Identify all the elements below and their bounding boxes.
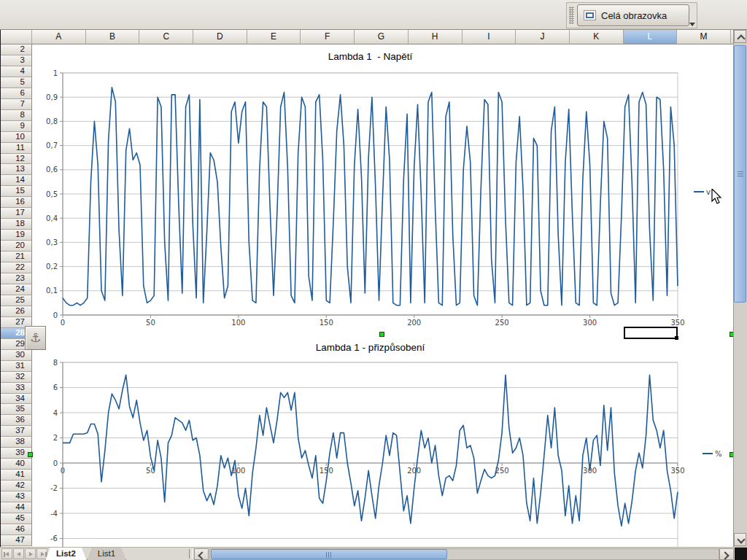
- fullscreen-toggle-button[interactable]: Celá obrazovka: [577, 4, 689, 26]
- column-header-D[interactable]: D: [193, 30, 247, 44]
- column-header-K[interactable]: K: [570, 30, 624, 44]
- column-header-J[interactable]: J: [516, 30, 570, 44]
- chevron-down-icon: [737, 535, 745, 543]
- chart-selection-handle-top[interactable]: [379, 332, 384, 337]
- row-header-36[interactable]: 36: [1, 415, 32, 426]
- scroll-left-button[interactable]: [194, 548, 209, 560]
- row-header-19[interactable]: 19: [1, 230, 32, 241]
- row-header-11[interactable]: 11: [1, 143, 32, 154]
- row-header-24[interactable]: 24: [1, 284, 32, 295]
- chevron-up-icon: [737, 34, 745, 42]
- column-header-A[interactable]: A: [32, 30, 86, 44]
- column-header-C[interactable]: C: [139, 30, 193, 44]
- last-sheet-button[interactable]: [36, 548, 47, 559]
- row-header-45[interactable]: 45: [1, 513, 32, 524]
- active-cell-cursor[interactable]: [624, 327, 678, 339]
- row-header-22[interactable]: 22: [1, 262, 32, 273]
- chart-prizpusobeni[interactable]: 86420-2-4-6050100150200250300350Lambda 1…: [33, 337, 735, 547]
- scroll-right-button[interactable]: [719, 548, 734, 560]
- sheet-tab-list2[interactable]: List2: [45, 548, 87, 560]
- row-header-20[interactable]: 20: [1, 241, 32, 252]
- previous-sheet-button[interactable]: [13, 548, 24, 559]
- y-tick-label: 0,5: [46, 190, 58, 198]
- row-header-17[interactable]: 17: [1, 208, 32, 219]
- row-header-37[interactable]: 37: [1, 426, 32, 437]
- chart-napeti[interactable]: 00,10,20,30,40,50,60,70,80,9105010015020…: [33, 45, 735, 327]
- select-all-corner[interactable]: [1, 30, 32, 44]
- row-header-34[interactable]: 34: [1, 394, 32, 405]
- chart-selection-handle-left[interactable]: [28, 452, 33, 457]
- x-tick-label: 350: [670, 467, 684, 475]
- x-tick-label: 150: [320, 319, 333, 327]
- chart-title: Lambda 1 - Napětí: [328, 51, 413, 62]
- legend-label[interactable]: v: [706, 188, 711, 196]
- row-header-32[interactable]: 32: [1, 372, 32, 383]
- row-header-18[interactable]: 18: [1, 219, 32, 230]
- sheet-nav-buttons: [1, 548, 47, 559]
- x-tick-label: 150: [320, 467, 333, 475]
- y-tick-label: 0,2: [46, 262, 58, 271]
- row-header-40[interactable]: 40: [1, 459, 32, 470]
- row-header-23[interactable]: 23: [1, 273, 32, 284]
- sheet-canvas[interactable]: 00,10,20,30,40,50,60,70,80,9105010015020…: [32, 44, 735, 547]
- column-header-F[interactable]: F: [301, 30, 355, 44]
- row-header-30[interactable]: 30: [1, 350, 32, 361]
- row-header-38[interactable]: 38: [1, 437, 32, 448]
- column-header-G[interactable]: G: [355, 30, 409, 44]
- row-header-12[interactable]: 12: [1, 154, 32, 165]
- row-header-4[interactable]: 4: [1, 66, 32, 77]
- row-header-47[interactable]: 47: [1, 535, 32, 546]
- x-tick-label: 200: [407, 467, 421, 475]
- sheet-tab-list1[interactable]: List1: [87, 548, 126, 560]
- vertical-scrollbar[interactable]: [733, 30, 747, 547]
- column-header-I[interactable]: I: [462, 30, 516, 44]
- row-header-41[interactable]: 41: [1, 470, 32, 481]
- scroll-down-button[interactable]: [734, 533, 746, 546]
- legend-label[interactable]: %: [715, 450, 722, 458]
- row-header-5[interactable]: 5: [1, 77, 32, 88]
- row-header-31[interactable]: 31: [1, 361, 32, 372]
- row-header-42[interactable]: 42: [1, 481, 32, 491]
- tab-split-handle[interactable]: [189, 549, 193, 559]
- row-header-21[interactable]: 21: [1, 252, 32, 262]
- x-tick-label: 0: [61, 319, 65, 327]
- row-header-26[interactable]: 26: [1, 306, 32, 317]
- column-header-H[interactable]: H: [409, 30, 462, 44]
- first-sheet-button[interactable]: [1, 548, 12, 559]
- dropdown-arrow-icon[interactable]: [689, 23, 695, 26]
- scroll-up-button[interactable]: [734, 30, 746, 43]
- row-header-43[interactable]: 43: [1, 491, 32, 502]
- vertical-scrollbar-thumb[interactable]: [734, 45, 746, 303]
- column-header-B[interactable]: B: [86, 30, 140, 44]
- fill-handle[interactable]: [675, 336, 678, 340]
- row-header-15[interactable]: 15: [1, 186, 32, 197]
- row-header-33[interactable]: 33: [1, 383, 32, 394]
- row-header-3[interactable]: 3: [1, 55, 32, 66]
- y-tick-label: 0,6: [46, 166, 58, 174]
- row-header-6[interactable]: 6: [1, 88, 32, 99]
- previous-sheet-icon: [17, 552, 20, 556]
- row-header-2[interactable]: 2: [1, 44, 32, 55]
- row-header-7[interactable]: 7: [1, 99, 32, 110]
- horizontal-scrollbar[interactable]: [209, 548, 719, 560]
- next-sheet-button[interactable]: [25, 548, 36, 559]
- y-tick-label: 8: [53, 359, 58, 367]
- drag-handle[interactable]: [569, 7, 574, 24]
- horizontal-scrollbar-thumb[interactable]: [211, 549, 447, 559]
- row-header-46[interactable]: 46: [1, 524, 32, 535]
- row-header-8[interactable]: 8: [1, 110, 32, 121]
- row-header-10[interactable]: 10: [1, 132, 32, 143]
- column-header-M[interactable]: M: [677, 30, 731, 44]
- row-header-35[interactable]: 35: [1, 404, 32, 415]
- sheet-area: ABCDEFGHIJKLM 23456789101112131415161718…: [0, 30, 735, 547]
- row-header-14[interactable]: 14: [1, 175, 32, 186]
- row-header-16[interactable]: 16: [1, 197, 32, 208]
- row-header-13[interactable]: 13: [1, 164, 32, 175]
- anchor-icon[interactable]: ⚓: [25, 326, 46, 350]
- row-header-9[interactable]: 9: [1, 121, 32, 132]
- column-header-L[interactable]: L: [624, 30, 678, 44]
- column-header-E[interactable]: E: [247, 30, 301, 44]
- row-header-25[interactable]: 25: [1, 295, 32, 306]
- row-header-44[interactable]: 44: [1, 502, 32, 513]
- mouse-cursor: [711, 189, 723, 205]
